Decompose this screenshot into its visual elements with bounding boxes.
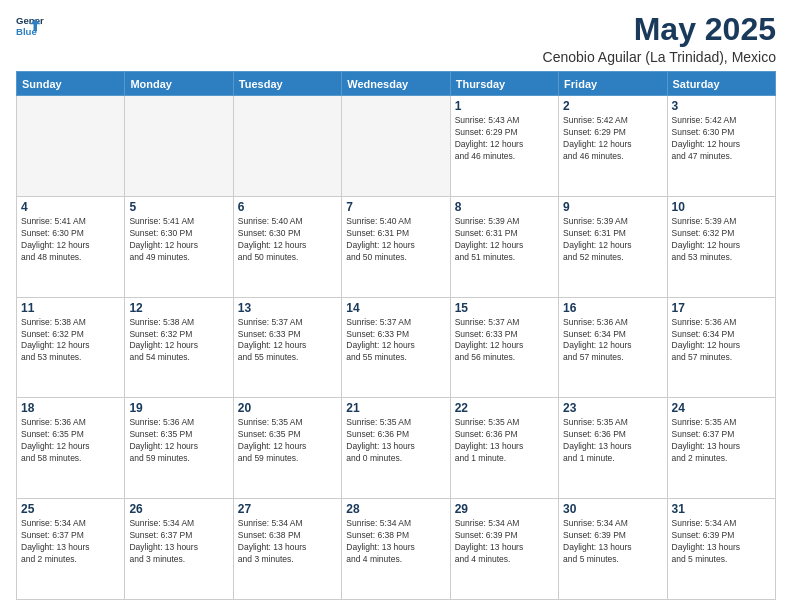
calendar-cell: 25Sunrise: 5:34 AM Sunset: 6:37 PM Dayli… [17,499,125,600]
day-number: 5 [129,200,228,214]
calendar-cell: 23Sunrise: 5:35 AM Sunset: 6:36 PM Dayli… [559,398,667,499]
day-number: 20 [238,401,337,415]
logo: General Blue [16,12,44,40]
calendar-cell: 26Sunrise: 5:34 AM Sunset: 6:37 PM Dayli… [125,499,233,600]
day-info: Sunrise: 5:36 AM Sunset: 6:34 PM Dayligh… [672,317,771,365]
day-info: Sunrise: 5:34 AM Sunset: 6:37 PM Dayligh… [129,518,228,566]
day-info: Sunrise: 5:40 AM Sunset: 6:30 PM Dayligh… [238,216,337,264]
calendar-cell: 24Sunrise: 5:35 AM Sunset: 6:37 PM Dayli… [667,398,775,499]
col-tuesday: Tuesday [233,72,341,96]
month-title: May 2025 [543,12,776,47]
day-info: Sunrise: 5:35 AM Sunset: 6:35 PM Dayligh… [238,417,337,465]
calendar-week-1: 1Sunrise: 5:43 AM Sunset: 6:29 PM Daylig… [17,96,776,197]
calendar-cell [233,96,341,197]
title-block: May 2025 Cenobio Aguilar (La Trinidad), … [543,12,776,65]
day-number: 4 [21,200,120,214]
calendar-cell: 6Sunrise: 5:40 AM Sunset: 6:30 PM Daylig… [233,196,341,297]
col-friday: Friday [559,72,667,96]
day-info: Sunrise: 5:35 AM Sunset: 6:36 PM Dayligh… [346,417,445,465]
calendar-body: 1Sunrise: 5:43 AM Sunset: 6:29 PM Daylig… [17,96,776,600]
day-info: Sunrise: 5:43 AM Sunset: 6:29 PM Dayligh… [455,115,554,163]
day-number: 17 [672,301,771,315]
col-thursday: Thursday [450,72,558,96]
day-number: 19 [129,401,228,415]
calendar-cell: 2Sunrise: 5:42 AM Sunset: 6:29 PM Daylig… [559,96,667,197]
calendar-cell: 14Sunrise: 5:37 AM Sunset: 6:33 PM Dayli… [342,297,450,398]
calendar-cell: 4Sunrise: 5:41 AM Sunset: 6:30 PM Daylig… [17,196,125,297]
day-info: Sunrise: 5:38 AM Sunset: 6:32 PM Dayligh… [21,317,120,365]
day-info: Sunrise: 5:34 AM Sunset: 6:39 PM Dayligh… [455,518,554,566]
calendar-table: Sunday Monday Tuesday Wednesday Thursday… [16,71,776,600]
day-number: 25 [21,502,120,516]
col-wednesday: Wednesday [342,72,450,96]
day-info: Sunrise: 5:34 AM Sunset: 6:38 PM Dayligh… [238,518,337,566]
day-info: Sunrise: 5:36 AM Sunset: 6:35 PM Dayligh… [21,417,120,465]
day-number: 29 [455,502,554,516]
day-number: 13 [238,301,337,315]
calendar-cell: 5Sunrise: 5:41 AM Sunset: 6:30 PM Daylig… [125,196,233,297]
day-info: Sunrise: 5:40 AM Sunset: 6:31 PM Dayligh… [346,216,445,264]
day-number: 10 [672,200,771,214]
calendar-cell: 21Sunrise: 5:35 AM Sunset: 6:36 PM Dayli… [342,398,450,499]
day-info: Sunrise: 5:34 AM Sunset: 6:39 PM Dayligh… [563,518,662,566]
day-info: Sunrise: 5:34 AM Sunset: 6:37 PM Dayligh… [21,518,120,566]
day-info: Sunrise: 5:37 AM Sunset: 6:33 PM Dayligh… [455,317,554,365]
day-info: Sunrise: 5:37 AM Sunset: 6:33 PM Dayligh… [238,317,337,365]
day-info: Sunrise: 5:38 AM Sunset: 6:32 PM Dayligh… [129,317,228,365]
day-info: Sunrise: 5:35 AM Sunset: 6:36 PM Dayligh… [563,417,662,465]
calendar-cell: 10Sunrise: 5:39 AM Sunset: 6:32 PM Dayli… [667,196,775,297]
calendar-cell: 19Sunrise: 5:36 AM Sunset: 6:35 PM Dayli… [125,398,233,499]
day-number: 12 [129,301,228,315]
day-info: Sunrise: 5:35 AM Sunset: 6:37 PM Dayligh… [672,417,771,465]
calendar-cell: 17Sunrise: 5:36 AM Sunset: 6:34 PM Dayli… [667,297,775,398]
day-number: 6 [238,200,337,214]
day-info: Sunrise: 5:39 AM Sunset: 6:31 PM Dayligh… [455,216,554,264]
day-number: 3 [672,99,771,113]
calendar-cell [342,96,450,197]
day-info: Sunrise: 5:39 AM Sunset: 6:32 PM Dayligh… [672,216,771,264]
day-number: 8 [455,200,554,214]
col-sunday: Sunday [17,72,125,96]
day-info: Sunrise: 5:35 AM Sunset: 6:36 PM Dayligh… [455,417,554,465]
day-info: Sunrise: 5:39 AM Sunset: 6:31 PM Dayligh… [563,216,662,264]
calendar-header-row: Sunday Monday Tuesday Wednesday Thursday… [17,72,776,96]
day-number: 9 [563,200,662,214]
day-number: 31 [672,502,771,516]
calendar-week-2: 4Sunrise: 5:41 AM Sunset: 6:30 PM Daylig… [17,196,776,297]
day-number: 28 [346,502,445,516]
calendar-cell: 18Sunrise: 5:36 AM Sunset: 6:35 PM Dayli… [17,398,125,499]
calendar-cell: 11Sunrise: 5:38 AM Sunset: 6:32 PM Dayli… [17,297,125,398]
day-number: 16 [563,301,662,315]
calendar-cell: 3Sunrise: 5:42 AM Sunset: 6:30 PM Daylig… [667,96,775,197]
day-number: 18 [21,401,120,415]
calendar-cell: 9Sunrise: 5:39 AM Sunset: 6:31 PM Daylig… [559,196,667,297]
day-number: 22 [455,401,554,415]
calendar-cell [17,96,125,197]
calendar-week-3: 11Sunrise: 5:38 AM Sunset: 6:32 PM Dayli… [17,297,776,398]
page: General Blue May 2025 Cenobio Aguilar (L… [0,0,792,612]
logo-icon: General Blue [16,12,44,40]
day-number: 24 [672,401,771,415]
day-number: 21 [346,401,445,415]
day-info: Sunrise: 5:34 AM Sunset: 6:38 PM Dayligh… [346,518,445,566]
location-subtitle: Cenobio Aguilar (La Trinidad), Mexico [543,49,776,65]
calendar-cell: 13Sunrise: 5:37 AM Sunset: 6:33 PM Dayli… [233,297,341,398]
day-number: 23 [563,401,662,415]
day-info: Sunrise: 5:36 AM Sunset: 6:35 PM Dayligh… [129,417,228,465]
calendar-cell [125,96,233,197]
day-number: 14 [346,301,445,315]
svg-text:General: General [16,15,44,26]
day-info: Sunrise: 5:36 AM Sunset: 6:34 PM Dayligh… [563,317,662,365]
day-info: Sunrise: 5:42 AM Sunset: 6:30 PM Dayligh… [672,115,771,163]
calendar-cell: 20Sunrise: 5:35 AM Sunset: 6:35 PM Dayli… [233,398,341,499]
calendar-cell: 1Sunrise: 5:43 AM Sunset: 6:29 PM Daylig… [450,96,558,197]
day-number: 7 [346,200,445,214]
day-info: Sunrise: 5:37 AM Sunset: 6:33 PM Dayligh… [346,317,445,365]
day-info: Sunrise: 5:42 AM Sunset: 6:29 PM Dayligh… [563,115,662,163]
day-number: 15 [455,301,554,315]
calendar-cell: 15Sunrise: 5:37 AM Sunset: 6:33 PM Dayli… [450,297,558,398]
day-number: 11 [21,301,120,315]
calendar-cell: 12Sunrise: 5:38 AM Sunset: 6:32 PM Dayli… [125,297,233,398]
calendar-week-4: 18Sunrise: 5:36 AM Sunset: 6:35 PM Dayli… [17,398,776,499]
calendar-cell: 31Sunrise: 5:34 AM Sunset: 6:39 PM Dayli… [667,499,775,600]
